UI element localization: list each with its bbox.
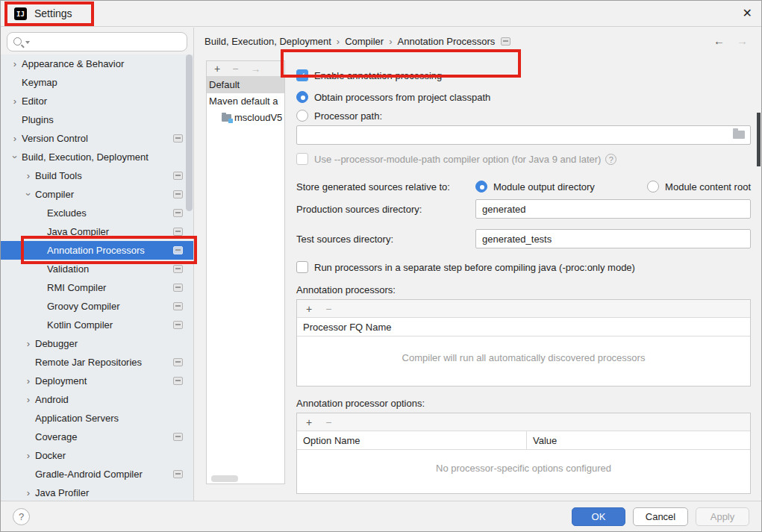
move-to-profile-icon[interactable]: → bbox=[250, 63, 260, 75]
shared-settings-icon bbox=[173, 190, 183, 198]
sidebar-item-gradle-android-compiler[interactable]: Gradle-Android Compiler bbox=[1, 465, 193, 484]
annotation-processors-form: ✓ Enable annotation processing Obtain pr… bbox=[291, 60, 751, 494]
processors-table: + − Processor FQ Name Compiler will run … bbox=[296, 299, 751, 387]
obtain-processors-radio[interactable] bbox=[296, 91, 308, 103]
sidebar-item-java-compiler[interactable]: Java Compiler bbox=[1, 222, 193, 241]
sidebar-item-keymap[interactable]: Keymap bbox=[1, 73, 193, 92]
intellij-logo-icon: IJ bbox=[14, 7, 27, 20]
shared-settings-icon bbox=[173, 321, 183, 329]
module-content-label: Module content root bbox=[665, 181, 751, 193]
sidebar-item-rmi-compiler[interactable]: RMI Compiler bbox=[1, 278, 193, 297]
remove-option-icon[interactable]: − bbox=[325, 416, 331, 428]
profile-item-maven-default[interactable]: Maven default a bbox=[207, 93, 284, 110]
module-output-radio[interactable] bbox=[475, 181, 487, 193]
options-table: + − Option Name Value No processor-speci… bbox=[296, 413, 751, 494]
sidebar-item-editor[interactable]: ›Editor bbox=[1, 92, 193, 110]
breadcrumb-separator: › bbox=[337, 36, 340, 47]
sidebar-scrollbar[interactable] bbox=[186, 54, 193, 211]
processor-fq-name-header: Processor FQ Name bbox=[297, 318, 391, 336]
chevron-right-icon: › bbox=[22, 372, 35, 390]
breadcrumb-build-execution-deployment[interactable]: Build, Execution, Deployment bbox=[204, 36, 331, 47]
profile-item-default[interactable]: Default bbox=[207, 77, 284, 93]
shared-settings-icon bbox=[173, 228, 183, 236]
enable-annotation-checkbox[interactable]: ✓ bbox=[296, 69, 308, 81]
module-content-radio[interactable] bbox=[647, 181, 659, 193]
remove-profile-icon[interactable]: − bbox=[232, 63, 238, 75]
processor-path-radio[interactable] bbox=[296, 110, 308, 122]
sidebar-item-deployment[interactable]: ›Deployment bbox=[1, 372, 193, 390]
back-icon[interactable]: ← bbox=[713, 34, 725, 47]
shared-settings-icon bbox=[173, 377, 183, 385]
settings-sidebar: ›Appearance & Behavior Keymap ›Editor Pl… bbox=[1, 28, 193, 501]
dialog-title: Settings bbox=[34, 7, 72, 19]
sidebar-item-validation[interactable]: Validation bbox=[1, 260, 193, 278]
sidebar-item-appearance-behavior[interactable]: ›Appearance & Behavior bbox=[1, 54, 193, 73]
profiles-toolbar: + − → bbox=[207, 61, 284, 77]
module-path-row: Use --processor-module-path compiler opt… bbox=[296, 153, 751, 165]
processor-path-input[interactable] bbox=[296, 125, 751, 145]
footer-bar: ? OK Cancel Apply bbox=[1, 501, 761, 531]
profiles-list: Default Maven default a mscloudV5 bbox=[207, 77, 284, 484]
main-panel: Build, Execution, Deployment›Compiler›An… bbox=[193, 28, 761, 501]
shared-settings-icon bbox=[173, 470, 183, 478]
sidebar-item-excludes[interactable]: Excludes bbox=[1, 204, 193, 222]
annotation-processors-label: Annotation processors: bbox=[296, 284, 751, 295]
production-sources-row: Production sources directory: bbox=[296, 199, 751, 219]
shared-settings-icon bbox=[173, 433, 183, 441]
breadcrumb-compiler[interactable]: Compiler bbox=[345, 36, 384, 47]
sidebar-item-build-tools[interactable]: ›Build Tools bbox=[1, 166, 193, 185]
sidebar-item-plugins[interactable]: Plugins bbox=[1, 110, 193, 129]
sidebar-item-java-profiler[interactable]: ›Java Profiler bbox=[1, 484, 193, 501]
sidebar-item-build-execution-deployment[interactable]: ›Build, Execution, Deployment bbox=[1, 148, 193, 166]
forward-icon[interactable]: → bbox=[737, 34, 748, 47]
production-sources-input[interactable] bbox=[475, 199, 751, 219]
chevron-right-icon: › bbox=[8, 54, 22, 73]
breadcrumb-separator: › bbox=[389, 36, 392, 47]
profiles-horizontal-scrollbar[interactable] bbox=[211, 475, 238, 482]
test-sources-label: Test sources directory: bbox=[296, 234, 475, 245]
store-sources-label: Store generated sources relative to: bbox=[296, 181, 475, 193]
test-sources-input[interactable] bbox=[475, 229, 751, 248]
sidebar-item-groovy-compiler[interactable]: Groovy Compiler bbox=[1, 297, 193, 316]
options-table-toolbar: + − bbox=[297, 413, 750, 431]
cancel-button[interactable]: Cancel bbox=[633, 507, 688, 526]
add-profile-icon[interactable]: + bbox=[214, 63, 220, 75]
shared-settings-icon bbox=[173, 302, 183, 310]
search-icon bbox=[13, 37, 22, 46]
sidebar-item-android[interactable]: ›Android bbox=[1, 390, 193, 409]
sidebar-item-compiler[interactable]: ›Compiler bbox=[1, 185, 193, 204]
sidebar-item-kotlin-compiler[interactable]: Kotlin Compiler bbox=[1, 316, 193, 334]
sidebar-item-remote-jar-repositories[interactable]: Remote Jar Repositories bbox=[1, 353, 193, 372]
sidebar-item-docker[interactable]: ›Docker bbox=[1, 446, 193, 465]
module-folder-icon bbox=[222, 114, 231, 122]
sidebar-item-annotation-processors[interactable]: Annotation Processors bbox=[1, 241, 193, 260]
option-value-header: Value bbox=[527, 431, 557, 449]
help-icon[interactable]: ? bbox=[605, 154, 616, 165]
sidebar-item-debugger[interactable]: ›Debugger bbox=[1, 334, 193, 353]
sidebar-item-version-control[interactable]: ›Version Control bbox=[1, 129, 193, 148]
apply-button[interactable]: Apply bbox=[696, 507, 749, 526]
window-scrollbar-thumb[interactable] bbox=[757, 113, 761, 166]
sidebar-item-application-servers[interactable]: Application Servers bbox=[1, 409, 193, 428]
remove-processor-icon[interactable]: − bbox=[325, 303, 331, 315]
processor-path-label: Processor path: bbox=[314, 110, 382, 122]
add-processor-icon[interactable]: + bbox=[306, 303, 312, 315]
shared-settings-icon bbox=[173, 265, 183, 273]
module-output-label: Module output directory bbox=[493, 181, 595, 193]
options-empty-text: No processor-specific options configured bbox=[297, 450, 750, 493]
processor-path-field-wrap bbox=[296, 125, 751, 145]
chevron-down-icon: › bbox=[19, 188, 38, 201]
browse-folder-icon[interactable] bbox=[733, 131, 745, 139]
help-button[interactable]: ? bbox=[13, 508, 30, 525]
ok-button[interactable]: OK bbox=[572, 507, 625, 526]
search-input[interactable] bbox=[33, 34, 182, 49]
module-path-checkbox[interactable] bbox=[296, 153, 308, 165]
run-separate-checkbox[interactable] bbox=[296, 261, 308, 273]
enable-annotation-row: ✓ Enable annotation processing bbox=[296, 69, 751, 81]
chevron-right-icon: › bbox=[8, 129, 22, 148]
search-box[interactable] bbox=[7, 32, 187, 51]
add-option-icon[interactable]: + bbox=[306, 416, 312, 428]
sidebar-item-coverage[interactable]: Coverage bbox=[1, 428, 193, 446]
close-icon[interactable]: ✕ bbox=[743, 6, 752, 20]
profile-item-mscloud[interactable]: mscloudV5 bbox=[207, 110, 284, 126]
